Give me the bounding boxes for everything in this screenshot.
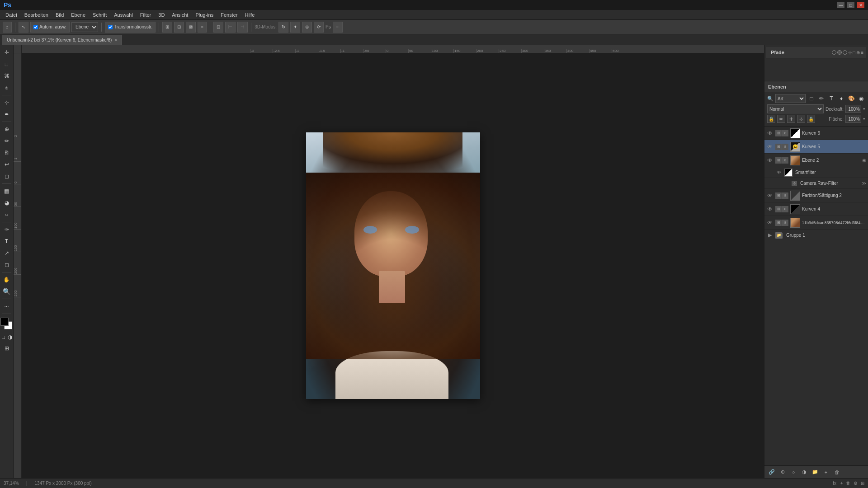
opacity-arrow[interactable]: ▾: [863, 107, 865, 111]
erase-tool[interactable]: ◻: [1, 171, 12, 182]
new-layer-button[interactable]: +: [821, 468, 830, 476]
maximize-button[interactable]: □: [847, 2, 854, 8]
select-tool[interactable]: ⬚: [1, 59, 12, 70]
zoom-tool[interactable]: 🔍: [1, 286, 12, 297]
menu-ansicht[interactable]: Ansicht: [168, 11, 192, 19]
menu-filter[interactable]: Filter: [137, 11, 155, 19]
color-swatches[interactable]: [0, 318, 13, 330]
3d-rotate-button[interactable]: ↻: [278, 22, 288, 33]
dist-sep-button[interactable]: ⊣: [237, 22, 248, 33]
layer-item-photo[interactable]: 👁 ⊞ 8 11b9d5dcae835708d472f6d3f84ca4c7: [764, 216, 868, 230]
lock-position-icon[interactable]: ✛: [787, 115, 795, 123]
lock-full-icon[interactable]: 🔒: [807, 115, 815, 123]
more-tools-button[interactable]: ···: [1, 301, 12, 312]
screen-mode-button[interactable]: ⊞: [1, 343, 12, 354]
more-options-button[interactable]: ···: [333, 22, 343, 33]
3d-pan-button[interactable]: ✦: [290, 22, 300, 33]
add-style-button[interactable]: ⊕: [778, 468, 787, 476]
settings-icon[interactable]: ⚙: [854, 481, 858, 486]
canvas-scroll[interactable]: -2 -1 0 50 100 150 200 250: [14, 53, 764, 478]
fg-color-swatch[interactable]: [0, 318, 9, 326]
menu-plugins[interactable]: Plug-ins: [192, 11, 217, 19]
canvas-image[interactable]: [306, 132, 480, 399]
dodge-tool[interactable]: ○: [1, 209, 12, 220]
layer-icon-btn-6[interactable]: ◉: [857, 94, 865, 103]
layer-vis-gruppe1[interactable]: ▶: [766, 232, 774, 239]
align-sep-button[interactable]: ≡: [198, 22, 207, 33]
layer-icon-btn-4[interactable]: ♦: [837, 94, 845, 103]
layer-icon-btn-5[interactable]: 🎨: [847, 94, 855, 103]
layer-vis-kurven5[interactable]: 👁: [766, 143, 774, 150]
close-button[interactable]: ✕: [857, 2, 864, 8]
dist-h-button[interactable]: ⊡: [213, 22, 223, 33]
layer-item-kurven4[interactable]: 👁 ⊞ 8 Kurven 4: [764, 202, 868, 216]
align-left-button[interactable]: ⊞: [162, 22, 172, 33]
dist-v-button[interactable]: ⊢: [225, 22, 236, 33]
opacity-input[interactable]: [845, 105, 861, 113]
fill-input[interactable]: [845, 115, 861, 123]
align-right-button[interactable]: ⊠: [186, 22, 196, 33]
layer-item-farbton[interactable]: 👁 ⊞ 8 Farbton/Sättigung 2: [764, 189, 868, 202]
lasso-tool[interactable]: ⌘: [1, 70, 12, 81]
menu-hilfe[interactable]: Hilfe: [241, 11, 258, 19]
lock-all-icon[interactable]: 🔒: [767, 115, 775, 123]
menu-auswahl[interactable]: Auswahl: [110, 11, 137, 19]
move-tool[interactable]: ✛: [1, 47, 12, 58]
link-layers-button[interactable]: 🔗: [767, 468, 776, 476]
layer-icon-btn-3[interactable]: T: [827, 94, 835, 103]
canvas-inner[interactable]: [22, 53, 764, 478]
add-mask-button[interactable]: ○: [789, 468, 798, 476]
new-adjustment-button[interactable]: ◑: [800, 468, 809, 476]
magic-wand-tool[interactable]: ⍟: [1, 82, 12, 93]
layer-vis-ebene2[interactable]: 👁: [766, 157, 774, 164]
quick-mask-on[interactable]: ◑: [7, 334, 13, 340]
brush-tool[interactable]: ✏: [1, 136, 12, 146]
auto-select-checkbox[interactable]: [33, 25, 38, 29]
transform-checkbox[interactable]: [108, 25, 113, 29]
art-select[interactable]: Art: [775, 94, 806, 103]
heal-tool[interactable]: ⊕: [1, 124, 12, 135]
new-layer-icon[interactable]: +: [840, 481, 843, 486]
menu-bearbeiten[interactable]: Bearbeiten: [21, 11, 52, 19]
layer-vis-smartfilter[interactable]: 👁: [775, 169, 783, 176]
layer-item-gruppe1[interactable]: ▶ 📁 Gruppe 1: [764, 230, 868, 241]
layer-item-smartfilter[interactable]: 👁 Smartfilter: [764, 167, 868, 178]
crop-tool[interactable]: ⊹: [1, 97, 12, 108]
lock-pixels-icon[interactable]: ✏: [777, 115, 785, 123]
menu-3d[interactable]: 3D: [155, 11, 168, 19]
fx-icon[interactable]: fx: [833, 481, 836, 486]
text-tool[interactable]: T: [1, 236, 12, 247]
home-button[interactable]: ⌂: [3, 22, 12, 33]
3d-roll-button[interactable]: ⟳: [314, 22, 324, 33]
align-center-button[interactable]: ⊟: [174, 22, 184, 33]
history-brush-tool[interactable]: ↩: [1, 159, 12, 170]
layer-item-kurven5[interactable]: 👁 ⊞ 8 😐 Kurven 5: [764, 140, 868, 154]
shape-tool[interactable]: ◻: [1, 259, 12, 270]
gradient-tool[interactable]: ▦: [1, 186, 12, 197]
tab-close-button[interactable]: ×: [114, 38, 117, 42]
titlebar-right[interactable]: — □ ✕: [837, 2, 864, 8]
3d-zoom-button[interactable]: ⊕: [302, 22, 312, 33]
menu-bild[interactable]: Bild: [52, 11, 67, 19]
menu-ebene[interactable]: Ebene: [67, 11, 89, 19]
document-tab[interactable]: Unbenannt-2 bei 37,1% (Kurven 6, Ebenenm…: [2, 35, 122, 45]
delete-layer-button[interactable]: 🗑: [832, 468, 841, 476]
quick-mask-off[interactable]: □: [1, 334, 6, 340]
fill-arrow[interactable]: ▾: [863, 117, 865, 121]
pen-tool[interactable]: ✑: [1, 224, 12, 235]
new-group-button[interactable]: 📁: [811, 468, 820, 476]
blend-mode-select[interactable]: Normal: [767, 104, 824, 113]
cameraraw-action[interactable]: ≫: [862, 181, 866, 186]
menu-schrift[interactable]: Schrift: [89, 11, 110, 19]
hand-tool[interactable]: ✋: [1, 274, 12, 285]
delete-icon[interactable]: 🗑: [846, 481, 850, 486]
transform-button[interactable]: Transformationsstr.: [105, 22, 156, 33]
layer-vis-farbton[interactable]: 👁: [766, 192, 774, 199]
move-tool-button[interactable]: ↖: [19, 22, 28, 33]
layer-vis-kurven6[interactable]: 👁: [766, 130, 774, 137]
layer-vis-kurven4[interactable]: 👁: [766, 206, 774, 213]
layer-icon-btn-1[interactable]: □: [807, 94, 816, 103]
path-select-tool[interactable]: ↗: [1, 248, 12, 258]
expand-icon[interactable]: ⊞: [861, 481, 864, 486]
layer-item-kurven6[interactable]: 👁 ⊞ 8 Kurven 6: [764, 127, 868, 140]
